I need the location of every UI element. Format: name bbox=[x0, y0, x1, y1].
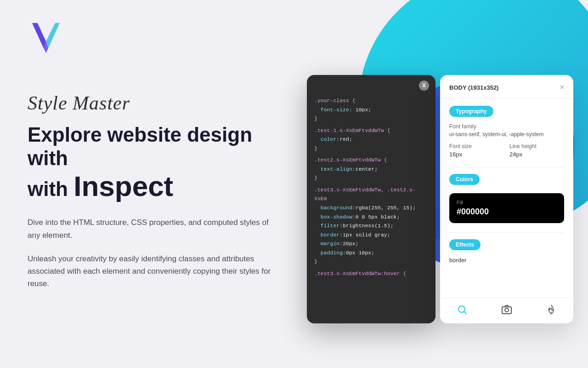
typography-section: Typography Font family ui-sans-serif, sy… bbox=[449, 106, 564, 158]
app-name: Style Master bbox=[28, 92, 294, 114]
bottom-nav bbox=[440, 298, 573, 323]
border-prop: border bbox=[449, 257, 564, 264]
divider-1 bbox=[449, 167, 564, 167]
headline: Explore website design with with Inspect bbox=[28, 123, 294, 202]
left-content: Style Master Explore website design with… bbox=[28, 92, 294, 301]
effects-section: Effects border bbox=[449, 239, 564, 264]
inspector-title: BODY (1931x352) bbox=[449, 84, 498, 91]
line-height-group: Line height 24px bbox=[509, 143, 564, 158]
code-block-2: .test-1.s-XsEmFtvddWTw { color:red; } bbox=[314, 126, 428, 153]
font-size-label: Font size bbox=[449, 143, 504, 150]
fill-value: #000000 bbox=[457, 207, 557, 217]
headline-highlight: Inspect bbox=[74, 170, 173, 202]
code-panel: X .your-class { font-size: 10px; } .test… bbox=[307, 75, 435, 323]
nav-camera-icon[interactable] bbox=[501, 304, 512, 318]
code-block-1: .your-class { font-size: 10px; } bbox=[314, 96, 428, 123]
color-fill-box: Fill #000000 bbox=[449, 193, 564, 223]
font-family-value: ui-sans-serif, system-ui, -apple-system bbox=[449, 131, 564, 138]
svg-point-3 bbox=[505, 308, 509, 312]
code-panel-close[interactable]: X bbox=[419, 80, 429, 91]
inspector-body: Typography Font family ui-sans-serif, sy… bbox=[440, 98, 573, 296]
headline-prefix: Explore website design with bbox=[28, 123, 252, 169]
description-1: Dive into the HTML structure, CSS proper… bbox=[28, 216, 276, 241]
line-height-label: Line height bbox=[509, 143, 564, 150]
font-size-group: Font size 16px bbox=[449, 143, 504, 158]
colors-section: Colors Fill #000000 bbox=[449, 174, 564, 223]
inspector-close-button[interactable]: × bbox=[560, 83, 564, 92]
code-panel-header: X bbox=[307, 75, 435, 96]
divider-2 bbox=[449, 232, 564, 233]
code-content: .your-class { font-size: 10px; } .test-1… bbox=[307, 96, 435, 278]
logo bbox=[28, 18, 64, 57]
logo-icon bbox=[28, 18, 64, 55]
code-block-5: .test3.s-XsEmFtvddWTw:hover { bbox=[314, 269, 428, 278]
nav-flame-icon[interactable] bbox=[546, 304, 557, 318]
fill-label: Fill bbox=[457, 200, 557, 205]
effects-badge[interactable]: Effects bbox=[449, 239, 481, 250]
inspector-header: BODY (1931x352) × bbox=[440, 75, 573, 98]
font-size-value: 16px bbox=[449, 151, 504, 158]
nav-search-icon[interactable] bbox=[457, 304, 468, 318]
code-block-4: .test3.s-XsEmFtvddWTw, .test2.s-XsEm bac… bbox=[314, 185, 428, 266]
line-height-value: 24px bbox=[509, 151, 564, 158]
colors-badge[interactable]: Colors bbox=[449, 174, 480, 185]
description-2: Unleash your creativity by easily identi… bbox=[28, 253, 276, 290]
svg-line-1 bbox=[464, 311, 467, 314]
font-family-label: Font family bbox=[449, 123, 564, 130]
inspector-panel: BODY (1931x352) × Typography Font family… bbox=[440, 75, 573, 323]
code-block-3: .test2.s-XsEmFtvddWTw { text-align:cente… bbox=[314, 155, 428, 183]
typography-badge[interactable]: Typography bbox=[449, 106, 493, 117]
